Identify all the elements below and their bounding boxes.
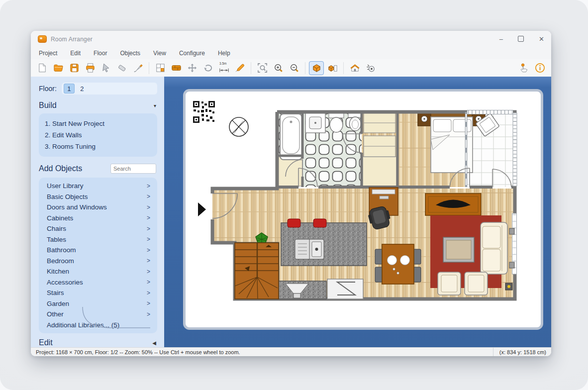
toolbar-separator: [251, 62, 251, 74]
chevron-right-icon: >: [147, 268, 150, 275]
view-3d-button[interactable]: [325, 61, 340, 75]
canvas-area[interactable]: [164, 77, 551, 348]
tv-cabinet[interactable]: [425, 194, 481, 215]
chevron-right-icon: >: [147, 214, 150, 221]
floorplan-button[interactable]: [153, 61, 168, 75]
search-input[interactable]: [110, 164, 156, 174]
collapse-triangle-icon: ▾: [154, 103, 156, 108]
library-item-chairs[interactable]: Chairs>: [39, 223, 157, 234]
walkthrough-button[interactable]: [363, 61, 378, 75]
toolbar: 3.5m: [31, 59, 551, 77]
app-window: Room Arranger – ✕ Project Edit Floor Obj…: [31, 31, 551, 356]
menu-bar: Project Edit Floor Objects View Configur…: [31, 47, 551, 59]
save-button[interactable]: [67, 61, 82, 75]
kitchen-island[interactable]: [281, 223, 367, 266]
minimize-button[interactable]: –: [499, 36, 503, 42]
pointer-tool-button[interactable]: [98, 61, 113, 75]
stairs[interactable]: [235, 243, 279, 299]
zoom-window-button[interactable]: [255, 61, 270, 75]
status-project-info: Project: 1168 × 700 cm, Floor: 1/2 -- Zo…: [36, 349, 240, 355]
plate: [388, 256, 397, 265]
library-item-additional-libraries[interactable]: Additional Libraries... (5): [39, 320, 157, 331]
chevron-right-icon: >: [147, 183, 150, 190]
draw-tool-button[interactable]: [232, 61, 247, 75]
armchair[interactable]: [438, 272, 461, 295]
measure-label: 3.5m: [219, 62, 226, 65]
menu-help[interactable]: Help: [218, 50, 230, 57]
zoom-out-button[interactable]: [287, 61, 301, 75]
house-view-button[interactable]: [347, 61, 362, 75]
zoom-in-button[interactable]: [271, 61, 286, 75]
corner-object[interactable]: [505, 283, 512, 290]
touch-pointer-button[interactable]: [516, 61, 531, 75]
toilet[interactable]: [329, 113, 344, 132]
library-item-accessories[interactable]: Accessories>: [39, 277, 157, 288]
library-item-kitchen[interactable]: Kitchen>: [39, 266, 157, 277]
library-item-doors-and-windows[interactable]: Doors and Windows>: [39, 202, 157, 213]
wall-bracket: [509, 262, 514, 268]
sidebar: Floor: 1 2 Build ▾ 1. Start New Project …: [31, 77, 164, 348]
status-coordinates: (x: 834 y: 1518 cm): [493, 348, 546, 356]
chevron-right-icon: >: [147, 290, 150, 296]
edit-section-header[interactable]: Edit ◀: [39, 338, 156, 347]
eraser-tool-button[interactable]: [114, 61, 129, 75]
chevron-right-icon: >: [147, 311, 150, 318]
coffee-table[interactable]: [443, 237, 474, 262]
menu-floor[interactable]: Floor: [94, 50, 107, 57]
menu-project[interactable]: Project: [39, 50, 57, 57]
build-step-edit-walls[interactable]: 2. Edit Walls: [45, 129, 151, 141]
library-item-basic-objects[interactable]: Basic Objects>: [39, 192, 157, 202]
library-item-stairs[interactable]: Stairs>: [39, 288, 157, 298]
print-button[interactable]: [83, 61, 98, 75]
cushion: [483, 226, 500, 248]
open-button[interactable]: [51, 61, 66, 75]
title-bar: Room Arranger – ✕: [31, 31, 551, 47]
library-item-bedroom[interactable]: Bedroom>: [39, 256, 157, 267]
info-button[interactable]: [532, 61, 547, 75]
build-step-start-new-project[interactable]: 1. Start New Project: [45, 118, 151, 129]
library-item-user-library[interactable]: User Library>: [39, 181, 157, 192]
brush-tool-button[interactable]: [130, 61, 145, 75]
bathtub[interactable]: [280, 114, 302, 160]
armchair[interactable]: [465, 272, 488, 295]
library-item-tables[interactable]: Tables>: [39, 234, 157, 245]
library-item-other[interactable]: Other>: [39, 309, 157, 320]
rotate-object-button[interactable]: [200, 61, 215, 75]
plan-page[interactable]: [183, 89, 543, 330]
bidet[interactable]: [348, 113, 362, 131]
sofa[interactable]: [481, 222, 507, 274]
add-objects-title: Add Objects: [39, 164, 82, 173]
floor-tab-2[interactable]: 2: [77, 84, 88, 94]
chevron-right-icon: >: [147, 193, 150, 200]
compass[interactable]: [229, 117, 248, 136]
close-button[interactable]: ✕: [539, 36, 544, 42]
kitchen-counter[interactable]: [279, 281, 326, 299]
bathroom-sink[interactable]: [305, 113, 325, 133]
wall-bracket: [509, 228, 514, 234]
window-title: Room Arranger: [51, 36, 93, 43]
pillow: [453, 119, 471, 132]
library-item-garden[interactable]: Garden>: [39, 298, 157, 309]
maximize-button[interactable]: [518, 36, 524, 43]
wall-tool-button[interactable]: [169, 61, 184, 75]
floor-tabstrip: 1 2: [62, 83, 157, 95]
menu-objects[interactable]: Objects: [120, 50, 140, 57]
build-section-header[interactable]: Build ▾: [39, 101, 156, 110]
floor-plan[interactable]: [183, 89, 543, 330]
menu-view[interactable]: View: [153, 50, 166, 57]
menu-edit[interactable]: Edit: [70, 50, 81, 57]
view-2d-button[interactable]: [309, 61, 324, 75]
library-item-bathroom[interactable]: Bathroom>: [39, 245, 157, 256]
move-object-button[interactable]: [185, 61, 199, 75]
menu-configure[interactable]: Configure: [179, 50, 205, 57]
new-project-button[interactable]: [35, 61, 50, 75]
measure-tool-button[interactable]: 3.5m: [216, 61, 231, 75]
library-item-cabinets[interactable]: Cabinets>: [39, 213, 157, 224]
dining-table[interactable]: [382, 244, 414, 284]
build-step-rooms-tuning[interactable]: 3. Rooms Tuning: [45, 141, 151, 152]
appliance-cabinet[interactable]: [327, 279, 363, 299]
closet-room: [363, 157, 396, 186]
toolbar-separator: [149, 62, 149, 74]
floor-tab-1[interactable]: 1: [64, 84, 75, 94]
build-title: Build: [39, 101, 57, 110]
